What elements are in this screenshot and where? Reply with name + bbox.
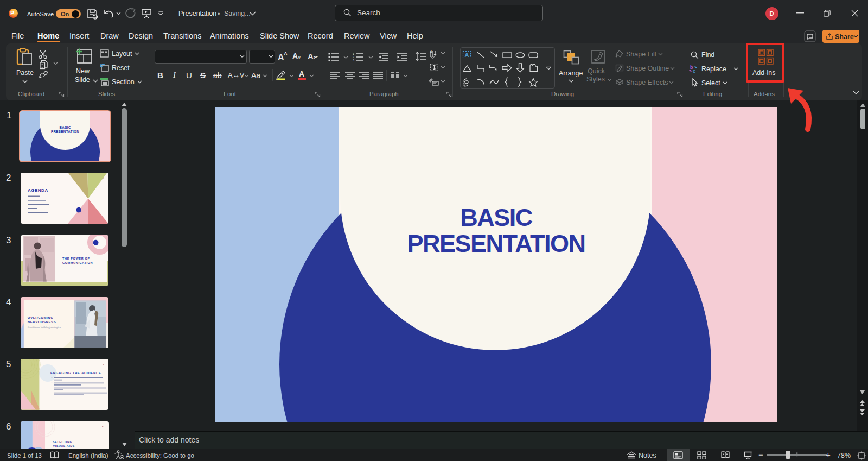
svg-text:NERVOUSNESS: NERVOUSNESS <box>28 320 56 324</box>
svg-text:SELECTING: SELECTING <box>53 440 72 444</box>
svg-text:AGENDA: AGENDA <box>28 188 48 193</box>
svg-text:ENGAGING THE AUDIENCE: ENGAGING THE AUDIENCE <box>50 371 101 375</box>
svg-text:A: A <box>430 49 433 54</box>
svg-text:OVERCOMING: OVERCOMING <box>28 316 54 319</box>
svg-text:Confidence building strategies: Confidence building strategies <box>28 326 61 329</box>
svg-text:VISUAL AIDS: VISUAL AIDS <box>53 444 75 447</box>
svg-text:A: A <box>465 52 469 58</box>
svg-text:COMMUNICATION: COMMUNICATION <box>62 261 93 264</box>
svg-text:THE POWER OF: THE POWER OF <box>62 257 90 260</box>
svg-text:c: c <box>693 68 695 73</box>
svg-text:3: 3 <box>353 59 354 61</box>
